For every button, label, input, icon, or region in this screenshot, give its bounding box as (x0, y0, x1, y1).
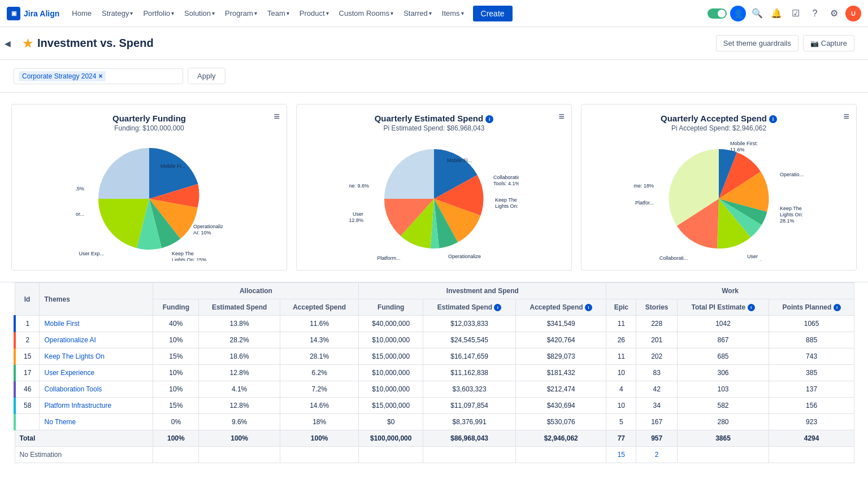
svg-text:No Theme: 9.6%: No Theme: 9.6% (349, 183, 369, 189)
filter-tag: Corporate Strategy 2024 × (19, 71, 106, 81)
table-row: 15 Keep The Lights On 15% 18.6% 28.1% $1… (15, 348, 854, 365)
col-investment-spend: Investment and Spend (359, 283, 606, 299)
toggle-switch[interactable] (708, 8, 727, 19)
svg-text:Collabor...: Collabor... (76, 211, 84, 217)
star-icon[interactable]: ★ (23, 37, 33, 50)
page-header: ◀ ★ Investment vs. Spend Set theme guard… (0, 27, 868, 60)
col-work: Work (606, 283, 854, 299)
chart-menu-icon[interactable]: ≡ (274, 111, 280, 121)
col-acc-spend-amt: Accepted Spend i (516, 299, 606, 316)
nav-solution[interactable]: Solution▾ (180, 7, 219, 20)
profile-avatar[interactable]: U (845, 6, 861, 21)
quarterly-estimated-spend-title: Quarterly Estimated Spend i (303, 114, 565, 123)
total-row: Total 100% 100% 100% $100,000,000 $86,96… (15, 430, 854, 447)
no-estimation-row: No Estimation 15 2 (15, 447, 854, 463)
quarterly-funding-title: Quarterly Funding (19, 114, 280, 123)
svg-text:Experience:: Experience: (747, 260, 774, 261)
col-stories: Stories (636, 299, 677, 316)
col-epic: Epic (606, 299, 636, 316)
svg-text:Platform Infrastructure: 15%: Platform Infrastructure: 15% (76, 186, 84, 191)
svg-text:Mobile First:: Mobile First: (730, 141, 758, 146)
page-header-actions: Set theme guardrails 📷Capture (716, 35, 854, 51)
svg-text:AI: 10%: AI: 10% (193, 230, 211, 236)
nav-team[interactable]: Team▾ (263, 7, 294, 20)
page-wrapper: ◀ ★ Investment vs. Spend Set theme guard… (0, 27, 868, 488)
col-total-pi: Total PI Estimate i (677, 299, 769, 316)
info-icon-est-spend[interactable]: i (494, 304, 501, 311)
col-id: Id (15, 283, 40, 316)
svg-text:Tools: 4.1%: Tools: 4.1% (493, 181, 519, 186)
svg-text:Keep The: Keep The (495, 197, 517, 203)
top-navigation: ▣ Jira Align Home Strategy▾ Portfolio▾ S… (0, 0, 868, 27)
col-est-spend-amt: Estimated Spend i (423, 299, 516, 316)
info-icon-acc-spend[interactable]: i (585, 304, 592, 311)
sidebar-toggle[interactable]: ◀ (5, 39, 11, 48)
filter-bar: Corporate Strategy 2024 × Apply (0, 60, 868, 93)
chart-menu-icon-3[interactable]: ≡ (843, 111, 849, 121)
nav-custom-rooms[interactable]: Custom Rooms▾ (335, 7, 398, 20)
nav-items[interactable]: Items▾ (437, 7, 468, 20)
table-row: 1 Mobile First 40% 13.8% 11.6% $40,000,0… (15, 316, 854, 332)
svg-text:User Exp...: User Exp... (79, 251, 104, 256)
help-icon[interactable]: ? (807, 6, 823, 21)
nav-strategy[interactable]: Strategy▾ (97, 7, 137, 20)
nav-program[interactable]: Program▾ (220, 7, 262, 20)
svg-text:Lights On: 18.6%: Lights On: 18.6% (495, 203, 519, 209)
col-est-spend-pct: Estimated Spend (199, 299, 280, 316)
svg-text:Operationalize: Operationalize (193, 224, 223, 229)
svg-text:Collaborati...: Collaborati... (659, 255, 688, 261)
svg-text:User: User (353, 211, 363, 217)
quarterly-accepted-spend-title: Quarterly Accepted Spend i (588, 114, 849, 123)
settings-icon[interactable]: ⚙ (826, 6, 842, 21)
svg-text:Platform...: Platform... (377, 255, 400, 261)
capture-button[interactable]: 📷Capture (803, 35, 854, 51)
nav-starred[interactable]: Starred▾ (399, 7, 436, 20)
svg-text:11.6%: 11.6% (730, 147, 745, 152)
svg-text:Mobile Fi...: Mobile Fi... (447, 158, 472, 163)
info-icon-total-pi[interactable]: i (748, 304, 755, 311)
app-logo[interactable]: ▣ Jira Align (7, 7, 59, 20)
chart-menu-icon-2[interactable]: ≡ (558, 111, 565, 121)
charts-row: ≡ Quarterly Funding Funding: $100,000,00… (0, 93, 868, 282)
accepted-spend-pie: Mobile First: 11.6% Operatio... Keep The… (634, 137, 804, 261)
quarterly-accepted-spend-chart: ≡ Quarterly Accepted Spend i Pi Accepted… (581, 104, 857, 271)
svg-text:Mobile Fi...: Mobile Fi... (160, 163, 185, 169)
filter-tag-remove-icon[interactable]: × (98, 72, 102, 80)
quarterly-estimated-spend-chart: ≡ Quarterly Estimated Spend i Pi Estimat… (296, 104, 572, 271)
svg-text:Operatio...: Operatio... (780, 172, 804, 177)
nav-product[interactable]: Product▾ (295, 7, 333, 20)
svg-text:Platfor...: Platfor... (635, 200, 654, 206)
quarterly-accepted-spend-subtitle: Pi Accepted Spend: $2,946,062 (588, 124, 849, 132)
svg-text:AI: 28.2%: AI: 28.2% (448, 260, 470, 261)
info-icon-est[interactable]: i (485, 115, 493, 123)
info-icon-points[interactable]: i (834, 304, 841, 311)
create-button[interactable]: Create (473, 6, 513, 21)
notifications-icon[interactable]: 🔔 (769, 6, 784, 21)
nav-portfolio[interactable]: Portfolio▾ (138, 7, 179, 20)
svg-text:Keep The: Keep The (780, 206, 802, 211)
user-avatar-icon[interactable]: 👤 (730, 6, 746, 21)
col-points: Points Planned i (769, 299, 854, 316)
svg-text:Operationalize: Operationalize (448, 254, 481, 259)
svg-text:Collaboration: Collaboration (493, 175, 519, 180)
page-title: ★ Investment vs. Spend (23, 37, 154, 50)
svg-text:User: User (747, 254, 758, 259)
svg-text:Experience: 12.8%: Experience: 12.8% (349, 217, 363, 223)
info-icon-acc[interactable]: i (769, 115, 777, 123)
table-row: 58 Platform Infrastructure 15% 12.8% 14.… (15, 398, 854, 414)
search-icon[interactable]: 🔍 (749, 6, 765, 21)
svg-text:No Theme: 18%: No Theme: 18% (634, 183, 654, 189)
col-allocation: Allocation (153, 283, 359, 299)
col-themes: Themes (40, 283, 153, 316)
table-section: Id Themes Allocation Investment and Spen… (0, 282, 868, 477)
apply-button[interactable]: Apply (188, 68, 225, 84)
quarterly-funding-chart: ≡ Quarterly Funding Funding: $100,000,00… (11, 104, 287, 271)
nav-right-actions: 👤 🔍 🔔 ☑ ? ⚙ U (708, 6, 861, 21)
checklist-icon[interactable]: ☑ (788, 6, 804, 21)
set-theme-guardrails-button[interactable]: Set theme guardrails (716, 35, 798, 51)
nav-home[interactable]: Home (67, 7, 96, 20)
table-row: No Theme 0% 9.6% 18% $0 $8,376,991 $530,… (15, 414, 854, 430)
table-row: 46 Collaboration Tools 10% 4.1% 7.2% $10… (15, 381, 854, 398)
quarterly-estimated-spend-subtitle: Pi Estimated Spend: $86,968,043 (303, 124, 565, 132)
table-row: 2 Operationalize AI 10% 28.2% 14.3% $10,… (15, 332, 854, 348)
